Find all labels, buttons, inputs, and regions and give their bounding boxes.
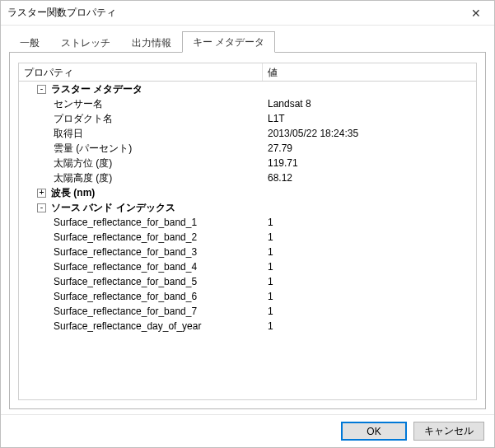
property-row[interactable]: Surface_reflectance_for_band_3 1 <box>19 245 476 259</box>
property-label: 取得日 <box>54 127 83 141</box>
dialog-window: ラスター関数プロパティ ✕ 一般 ストレッチ 出力情報 キー メタデータ プロパ… <box>0 0 495 448</box>
cancel-button[interactable]: キャンセル <box>413 422 484 441</box>
property-row[interactable]: プロダクト名 L1T <box>19 111 476 126</box>
grid-header: プロパティ 値 <box>19 63 476 82</box>
dialog-footer: OK キャンセル <box>1 414 494 447</box>
collapse-icon[interactable]: - <box>37 203 46 212</box>
property-label: Surface_reflectance_for_band_7 <box>54 306 197 317</box>
tab-content: プロパティ 値 - ラスター メタデータ センサー名 <box>9 52 486 409</box>
column-header-value[interactable]: 値 <box>263 63 476 81</box>
tab-general[interactable]: 一般 <box>9 32 50 53</box>
property-label: 太陽高度 (度) <box>54 171 112 185</box>
property-value: 1 <box>263 246 476 258</box>
window-title: ラスター関数プロパティ <box>7 6 458 20</box>
property-label: 雲量 (パーセント) <box>54 142 132 156</box>
property-value: 27.79 <box>263 142 476 154</box>
property-row[interactable]: Surface_reflectance_for_band_6 1 <box>19 289 476 304</box>
property-label: Surface_reflectance_day_of_year <box>54 320 201 332</box>
expand-icon[interactable]: + <box>37 189 46 198</box>
property-row[interactable]: 太陽高度 (度) 68.12 <box>19 170 476 185</box>
property-row[interactable]: センサー名 Landsat 8 <box>19 96 476 111</box>
property-label: プロダクト名 <box>54 112 113 126</box>
tab-output-info[interactable]: 出力情報 <box>121 32 182 53</box>
property-value: 1 <box>263 217 476 228</box>
tab-key-metadata[interactable]: キー メタデータ <box>182 31 275 53</box>
property-label: Surface_reflectance_for_band_2 <box>54 231 197 243</box>
property-value: 1 <box>263 320 476 332</box>
group-label: 波長 (nm) <box>51 186 95 200</box>
titlebar: ラスター関数プロパティ ✕ <box>1 1 494 26</box>
close-icon: ✕ <box>471 7 481 20</box>
property-value: 1 <box>263 276 476 287</box>
group-source-band-index[interactable]: - ソース バンド インデックス <box>19 200 476 215</box>
property-value: L1T <box>263 113 476 124</box>
property-label: 太陽方位 (度) <box>54 156 112 170</box>
property-value: Landsat 8 <box>263 98 476 110</box>
property-value: 1 <box>263 231 476 243</box>
property-label: Surface_reflectance_for_band_3 <box>54 246 197 258</box>
property-row[interactable]: Surface_reflectance_for_band_4 1 <box>19 259 476 274</box>
property-row[interactable]: 雲量 (パーセント) 27.79 <box>19 141 476 156</box>
group-raster-metadata[interactable]: - ラスター メタデータ <box>19 82 476 96</box>
property-row[interactable]: Surface_reflectance_for_band_7 1 <box>19 304 476 319</box>
property-label: Surface_reflectance_for_band_1 <box>54 217 197 228</box>
dialog-body: 一般 ストレッチ 出力情報 キー メタデータ プロパティ 値 - ラスター <box>1 26 494 414</box>
property-row[interactable]: Surface_reflectance_for_band_5 1 <box>19 274 476 289</box>
collapse-icon[interactable]: - <box>37 85 46 94</box>
close-button[interactable]: ✕ <box>458 1 494 26</box>
property-row[interactable]: Surface_reflectance_day_of_year 1 <box>19 319 476 334</box>
property-row[interactable]: 太陽方位 (度) 119.71 <box>19 156 476 170</box>
property-row[interactable]: Surface_reflectance_for_band_2 1 <box>19 230 476 245</box>
group-wavelength[interactable]: + 波長 (nm) <box>19 185 476 200</box>
tab-stretch[interactable]: ストレッチ <box>50 32 121 53</box>
group-label: ソース バンド インデックス <box>51 201 175 215</box>
column-header-property[interactable]: プロパティ <box>19 63 263 81</box>
property-label: Surface_reflectance_for_band_6 <box>54 291 197 302</box>
property-grid[interactable]: プロパティ 値 - ラスター メタデータ センサー名 <box>18 63 477 400</box>
property-value: 119.71 <box>263 157 476 169</box>
property-label: Surface_reflectance_for_band_4 <box>54 261 197 273</box>
property-row[interactable]: 取得日 2013/05/22 18:24:35 <box>19 126 476 141</box>
grid-body: - ラスター メタデータ センサー名 Landsat 8 プロダクト名 L1T <box>19 82 476 334</box>
property-value: 1 <box>263 291 476 302</box>
property-label: Surface_reflectance_for_band_5 <box>54 276 197 287</box>
property-row[interactable]: Surface_reflectance_for_band_1 1 <box>19 215 476 230</box>
tab-row: 一般 ストレッチ 出力情報 キー メタデータ <box>9 32 486 52</box>
ok-button[interactable]: OK <box>341 422 407 441</box>
property-value: 2013/05/22 18:24:35 <box>263 128 476 139</box>
property-value: 1 <box>263 306 476 317</box>
property-value: 1 <box>263 261 476 273</box>
property-value: 68.12 <box>263 172 476 184</box>
group-label: ラスター メタデータ <box>51 82 142 96</box>
property-label: センサー名 <box>54 97 103 111</box>
